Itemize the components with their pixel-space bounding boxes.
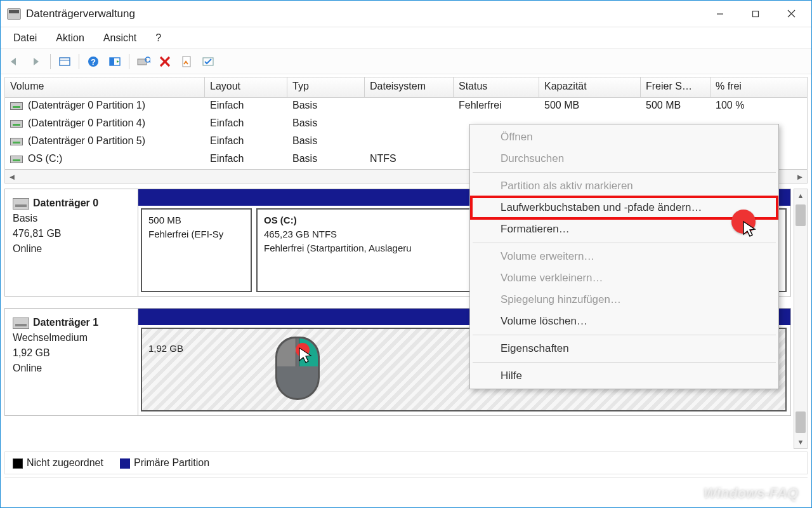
help-button[interactable]: ? <box>84 53 102 70</box>
ctx-change-drive-letter[interactable]: Laufwerkbuchstaben und -pfade ändern… <box>471 197 777 218</box>
options-button[interactable] <box>199 53 217 70</box>
disk-icon <box>13 318 29 329</box>
properties-button[interactable] <box>178 53 195 70</box>
volume-icon <box>10 138 23 145</box>
volume-free: 500 MB <box>641 98 710 116</box>
cursor-icon <box>742 220 756 238</box>
volume-pfree: 100 % <box>710 98 768 116</box>
partition-status: Fehlerfrei (EFI-Sy <box>148 227 244 241</box>
menu-view[interactable]: Ansicht <box>95 30 145 46</box>
ctx-browse: Durchsuchen <box>471 148 777 170</box>
svg-line-15 <box>149 61 150 63</box>
col-free[interactable]: Freier S… <box>641 77 710 97</box>
volume-capacity: 500 MB <box>539 98 641 116</box>
watermark: Windows-FAQ <box>704 485 798 502</box>
show-hide-tree-button[interactable] <box>56 53 74 70</box>
partition-size: 500 MB <box>148 213 244 227</box>
menu-help[interactable]: ? <box>147 30 170 46</box>
svg-marker-20 <box>299 348 311 363</box>
action-pane-button[interactable] <box>106 53 124 70</box>
partition-title: OS (C:) <box>264 215 297 225</box>
volume-status: Fehlerfrei <box>454 98 539 116</box>
scroll-thumb[interactable] <box>796 411 806 433</box>
volume-fs <box>365 98 454 116</box>
legend: Nicht zugeordnet Primäre Partition <box>4 451 808 474</box>
forward-button[interactable] <box>27 53 45 70</box>
volume-type: Basis <box>287 98 365 116</box>
volume-name: (Datenträger 0 Partition 5) <box>28 135 145 146</box>
volume-row[interactable]: (Datenträger 0 Partition 1) Einfach Basi… <box>5 98 807 116</box>
ctx-separator <box>473 362 776 363</box>
ctx-separator <box>473 172 776 173</box>
scroll-down-icon[interactable]: ▼ <box>794 436 807 448</box>
col-status[interactable]: Status <box>454 77 539 97</box>
volume-name: (Datenträger 0 Partition 4) <box>28 117 145 128</box>
svg-marker-12 <box>117 60 119 63</box>
toolbar-separator <box>129 54 129 69</box>
legend-unallocated: Nicht zugeordnet <box>13 457 103 469</box>
legend-swatch-black <box>13 458 23 469</box>
disk-vertical-scrollbar[interactable]: ▲ ▼ <box>794 189 808 449</box>
scroll-left-icon[interactable]: ◄ <box>5 172 19 182</box>
ctx-add-mirror: Spiegelung hinzufügen… <box>471 289 777 311</box>
minimize-button[interactable] <box>702 1 738 27</box>
volume-name: OS (C:) <box>28 153 62 164</box>
scroll-up-icon[interactable]: ▲ <box>794 189 807 202</box>
ctx-delete-volume[interactable]: Volume löschen… <box>471 311 777 332</box>
toolbar-separator <box>79 54 79 69</box>
col-percent-free[interactable]: % frei <box>710 77 768 97</box>
menu-action[interactable]: Aktion <box>47 30 93 46</box>
col-type[interactable]: Typ <box>287 77 365 97</box>
disk-name: Datenträger 0 <box>33 197 98 208</box>
disk-state: Online <box>13 361 130 376</box>
volume-name: (Datenträger 0 Partition 1) <box>28 100 145 110</box>
context-menu: Öffnen Durchsuchen Partition als aktiv m… <box>469 124 779 389</box>
disk-type: Wechselmedium <box>13 330 130 345</box>
disk-name: Datenträger 1 <box>33 317 98 328</box>
disk-header[interactable]: Datenträger 1 Wechselmedium 1,92 GB Onli… <box>5 309 138 415</box>
svg-rect-11 <box>110 58 114 65</box>
partition[interactable]: 500 MB Fehlerfrei (EFI-Sy <box>141 208 252 292</box>
window-title: Datenträgerverwaltung <box>26 8 702 20</box>
svg-marker-5 <box>34 58 39 65</box>
back-button[interactable] <box>6 53 23 70</box>
disk-header[interactable]: Datenträger 0 Basis 476,81 GB Online <box>5 189 138 296</box>
delete-button[interactable] <box>156 53 174 70</box>
disk-state: Online <box>13 241 130 257</box>
scroll-thumb[interactable] <box>796 204 806 226</box>
menu-bar: Datei Aktion Ansicht ? <box>1 27 811 49</box>
ctx-extend-volume: Volume erweitern… <box>471 246 777 267</box>
svg-marker-21 <box>743 222 755 236</box>
maximize-button[interactable] <box>738 1 773 27</box>
col-filesystem[interactable]: Dateisystem <box>365 77 454 97</box>
col-layout[interactable]: Layout <box>205 77 287 97</box>
volume-grid-header: Volume Layout Typ Dateisystem Status Kap… <box>5 77 807 98</box>
volume-icon <box>10 120 23 128</box>
ctx-properties[interactable]: Eigenschaften <box>471 338 777 359</box>
mouse-right-click-illustration <box>275 337 320 400</box>
svg-text:?: ? <box>91 57 96 67</box>
ctx-open: Öffnen <box>471 126 777 148</box>
close-button[interactable] <box>773 1 809 27</box>
volume-icon <box>10 102 23 110</box>
menu-file[interactable]: Datei <box>4 30 46 46</box>
col-capacity[interactable]: Kapazität <box>539 77 641 97</box>
refresh-button[interactable] <box>134 53 152 70</box>
disk-icon <box>13 198 29 210</box>
col-volume[interactable]: Volume <box>5 77 205 97</box>
disk-size: 1,92 GB <box>13 345 130 361</box>
disk-type: Basis <box>13 211 130 226</box>
status-bar <box>4 477 808 493</box>
legend-swatch-blue <box>120 458 130 469</box>
svg-marker-4 <box>11 58 16 65</box>
ctx-separator <box>473 243 776 243</box>
svg-rect-1 <box>753 11 759 17</box>
scroll-right-icon[interactable]: ► <box>793 172 807 182</box>
ctx-help[interactable]: Hilfe <box>471 365 777 387</box>
toolbar: ? <box>1 49 811 74</box>
volume-layout: Einfach <box>205 98 287 116</box>
legend-primary: Primäre Partition <box>120 457 209 469</box>
volume-icon <box>10 156 23 163</box>
disk-size: 476,81 GB <box>13 226 130 241</box>
toolbar-separator <box>50 54 51 69</box>
